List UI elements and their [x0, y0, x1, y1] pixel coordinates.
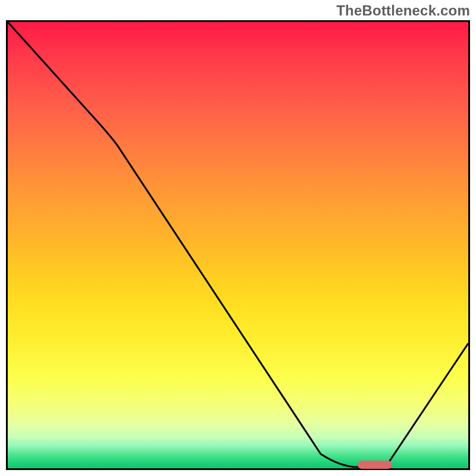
optimal-range-marker [358, 461, 392, 469]
watermark-text: TheBottleneck.com [336, 2, 470, 19]
bottleneck-curve-path [8, 22, 468, 467]
bottleneck-chart: TheBottleneck.com [0, 0, 476, 476]
curve-svg [8, 22, 468, 468]
plot-area [6, 20, 470, 470]
